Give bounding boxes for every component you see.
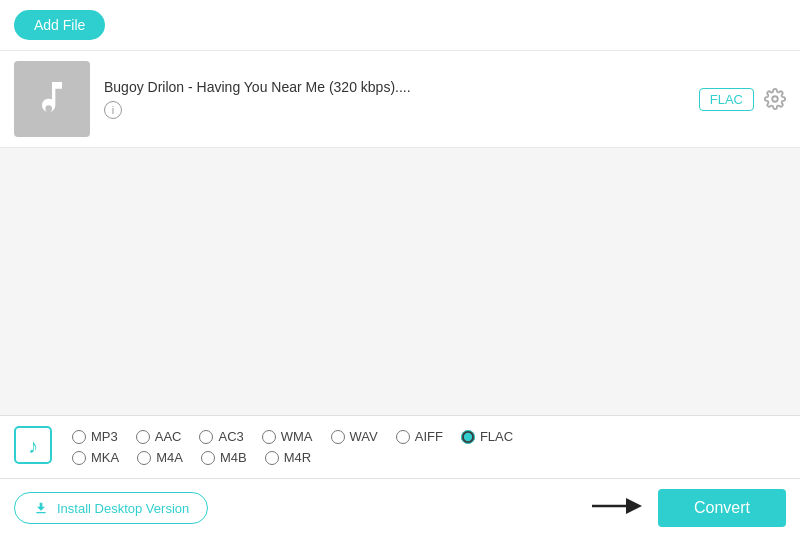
settings-icon[interactable]	[764, 88, 786, 110]
format-option-flac[interactable]: FLAC	[461, 429, 513, 444]
file-row: Bugoy Drilon - Having You Near Me (320 k…	[0, 51, 800, 148]
format-radio-ac3[interactable]	[199, 430, 213, 444]
format-radio-wav[interactable]	[331, 430, 345, 444]
format-option-wma[interactable]: WMA	[262, 429, 313, 444]
svg-text:♪: ♪	[28, 435, 38, 457]
format-options: MP3 AAC AC3 WMA WAV AIFF FLAC	[72, 429, 786, 465]
format-row-1: MP3 AAC AC3 WMA WAV AIFF FLAC	[72, 429, 786, 444]
format-badge[interactable]: FLAC	[699, 88, 754, 111]
file-info: Bugoy Drilon - Having You Near Me (320 k…	[104, 79, 685, 119]
format-option-m4b[interactable]: M4B	[201, 450, 247, 465]
file-thumbnail	[14, 61, 90, 137]
format-option-mp3[interactable]: MP3	[72, 429, 118, 444]
format-radio-m4a[interactable]	[137, 451, 151, 465]
format-option-mka[interactable]: MKA	[72, 450, 119, 465]
format-option-wav[interactable]: WAV	[331, 429, 378, 444]
format-radio-aiff[interactable]	[396, 430, 410, 444]
toolbar: Add File	[0, 0, 800, 51]
install-label: Install Desktop Version	[57, 501, 189, 516]
info-icon[interactable]: i	[104, 101, 122, 119]
convert-button[interactable]: Convert	[658, 489, 786, 527]
bottom-bar: Install Desktop Version Convert	[0, 478, 800, 537]
file-list: Bugoy Drilon - Having You Near Me (320 k…	[0, 51, 800, 415]
file-actions: FLAC	[699, 88, 786, 111]
format-radio-aac[interactable]	[136, 430, 150, 444]
format-option-aac[interactable]: AAC	[136, 429, 182, 444]
file-name: Bugoy Drilon - Having You Near Me (320 k…	[104, 79, 685, 95]
svg-marker-4	[626, 498, 642, 514]
format-option-m4a[interactable]: M4A	[137, 450, 183, 465]
add-file-button[interactable]: Add File	[14, 10, 105, 40]
format-radio-mp3[interactable]	[72, 430, 86, 444]
arrow-right-icon	[590, 491, 644, 525]
format-selector: ♪ MP3 AAC AC3 WMA WAV AIFF FLA	[0, 415, 800, 478]
format-radio-m4b[interactable]	[201, 451, 215, 465]
format-radio-m4r[interactable]	[265, 451, 279, 465]
bottom-right: Convert	[590, 489, 786, 527]
format-row-2: MKA M4A M4B M4R	[72, 450, 786, 465]
format-option-ac3[interactable]: AC3	[199, 429, 243, 444]
svg-point-0	[772, 96, 778, 102]
music-icon	[32, 77, 72, 121]
download-icon	[33, 500, 49, 516]
audio-icon: ♪	[14, 426, 52, 468]
install-desktop-button[interactable]: Install Desktop Version	[14, 492, 208, 524]
format-radio-flac[interactable]	[461, 430, 475, 444]
format-radio-mka[interactable]	[72, 451, 86, 465]
format-radio-wma[interactable]	[262, 430, 276, 444]
format-option-aiff[interactable]: AIFF	[396, 429, 443, 444]
format-option-m4r[interactable]: M4R	[265, 450, 311, 465]
